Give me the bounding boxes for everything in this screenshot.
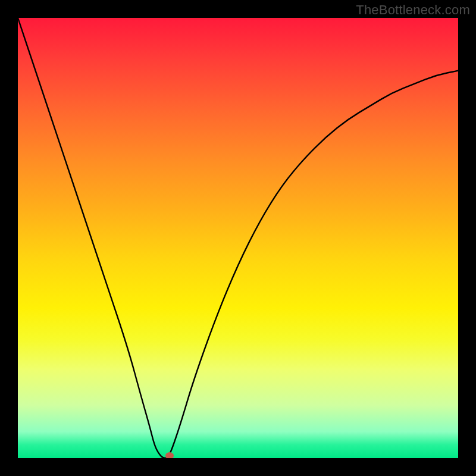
curve-layer: [18, 18, 458, 458]
watermark-text: TheBottleneck.com: [356, 2, 470, 18]
chart-frame: TheBottleneck.com: [0, 0, 476, 476]
bottleneck-curve: [18, 18, 458, 458]
plot-area: [18, 18, 458, 458]
optimal-point-marker: [165, 452, 174, 458]
